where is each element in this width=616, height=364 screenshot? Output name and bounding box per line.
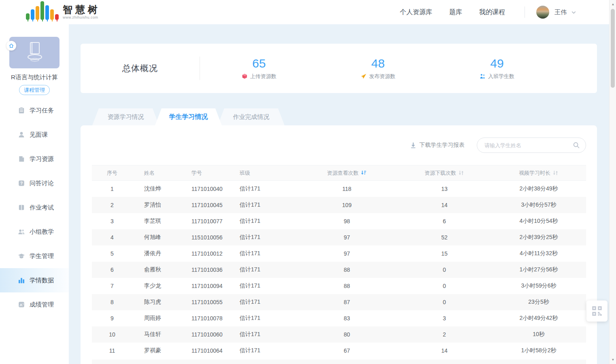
sort-both-icon[interactable] [552,170,559,176]
table-body: 1沈佳烨1171010040信计171118132小时38分49秒2罗清怡117… [92,181,586,359]
cell: 0 [397,278,491,294]
user-name[interactable]: 王伟 [554,8,567,16]
download-label: 下载学生学习报表 [419,142,465,149]
sidebar-item-0[interactable]: 学习任务 [0,98,69,123]
sidebar-item-label: 学习资源 [30,155,54,163]
course-manage-button[interactable]: 课程管理 [19,85,50,95]
table-row: 1沈佳烨1171010040信计171118132小时38分49秒 [92,181,586,197]
sidebar-item-label: 学生管理 [30,252,54,260]
sidebar-item-3[interactable]: ?问答讨论 [0,171,69,195]
cell: 83 [296,310,397,326]
cell: 1171010078 [173,310,221,326]
cell: 1171010094 [173,278,221,294]
cell: 5 [92,245,132,262]
tab-0[interactable]: 资源学习情况 [92,108,159,125]
cell: 信计171 [221,213,296,229]
sidebar-item-6[interactable]: 学生管理 [0,244,69,268]
logo-bar [50,9,54,21]
toolbar: 下载学生学习报表 [410,138,586,153]
cell: 0 [397,262,491,278]
cell: 陈习虎 [132,294,173,310]
cell: 109 [296,197,397,213]
stat-value: 49 [490,57,503,70]
sidebar-item-4[interactable]: 作业考试 [0,195,69,220]
cell: 4 [92,229,132,245]
table-row: 9周雨婷1171010078信计1718332小时49分42秒 [92,310,586,326]
chevron-down-icon[interactable] [571,9,577,15]
cell: 信计171 [221,343,296,359]
scrollbar-up-arrow[interactable]: ▲ [610,1,616,8]
column-header-1: 姓名 [132,165,173,181]
clipboard-icon [18,107,25,114]
cell: 4小时10分54秒 [491,213,586,229]
sidebar-item-label: 作业考试 [30,204,54,212]
column-header-2: 学号 [173,165,221,181]
cell: 1 [92,181,132,197]
cell: 2 [92,197,132,213]
stat-2: 49入班学生数 [438,44,557,93]
sidebar-item-2[interactable]: 学习资源 [0,147,69,171]
sidebar-item-7[interactable]: 学情数据 [0,268,69,292]
nav-item-1[interactable]: 题库 [449,8,462,17]
table-row: 5潘依丹1171010012信计17197154小时11分32秒 [92,245,586,262]
home-icon[interactable] [6,41,16,51]
book-icon [18,155,25,163]
person-icon [18,131,25,138]
zhihuishu-logo[interactable]: 智慧树 www.zhihuishu.com [26,3,100,21]
cell: 2小时38分49秒 [491,181,586,197]
course-card[interactable] [9,37,59,68]
cell: 李芷琪 [132,213,173,229]
page-scrollbar[interactable]: ▲ ▼ [609,0,616,364]
scrollbar-down-arrow[interactable]: ▼ [610,356,616,363]
cell: 1171010077 [173,213,221,229]
cell: 1171010040 [173,181,221,197]
table-row: 7李少龙1171010094信计1718803小时59分6秒 [92,278,586,294]
sidebar-item-label: 学情数据 [30,277,54,284]
sidebar-item-1[interactable]: 见面课 [0,123,69,147]
sidebar-item-label: 成绩管理 [30,301,54,309]
chart-icon [18,277,25,284]
table-row: 2罗清怡1171010045信计171109143小时6分57秒 [92,197,586,213]
qr-code-button[interactable] [586,301,608,322]
search-box [477,138,586,153]
cell: 周雨婷 [132,310,173,326]
overview-panel: 总体概况 65上传资源数48发布资源数49入班学生数 [81,44,597,93]
cell: 8 [92,294,132,310]
search-input[interactable] [477,138,586,153]
nav-item-2[interactable]: 我的课程 [479,8,505,17]
cell: 13 [397,181,491,197]
search-icon[interactable] [573,142,580,149]
sort-both-icon[interactable] [458,170,464,176]
send-icon [361,73,367,79]
cell: 6 [397,213,491,229]
overview-title: 总体概况 [81,44,200,93]
table-row: 11罗祺豪1171010064信计17167141小时58分2秒 [92,343,586,359]
column-header-6[interactable]: 视频学习时长 [491,165,586,181]
logo-bar [31,9,34,21]
download-report-link[interactable]: 下载学生学习报表 [410,142,465,149]
stat-value: 48 [371,57,384,70]
sidebar-item-8[interactable]: A+成绩管理 [0,292,69,317]
stat-0: 65上传资源数 [200,44,319,93]
top-nav: 个人资源库题库我的课程 [400,8,505,17]
nav-item-0[interactable]: 个人资源库 [400,8,432,17]
avatar[interactable] [536,6,549,19]
column-header-0: 序号 [92,165,132,181]
sort-desc-icon[interactable] [361,170,367,176]
cell: 李少龙 [132,278,173,294]
sidebar-item-label: 问答讨论 [30,180,54,187]
scrollbar-thumb[interactable] [611,9,615,88]
table-row: 10马佳轩1171010060信计17180210秒 [92,326,586,343]
cell: 1171010055 [173,294,221,310]
sidebar: R语言与统计计算 课程管理 学习任务见面课学习资源?问答讨论作业考试小组教学学生… [0,24,69,364]
sidebar-item-5[interactable]: 小组教学 [0,220,69,244]
logo-brand: 智慧树 [63,5,100,15]
tab-1[interactable]: 学生学习情况 [155,108,222,125]
cell: 0 [397,294,491,310]
cell: 4小时11分32秒 [491,245,586,262]
column-header-5[interactable]: 资源下载次数 [397,165,491,181]
stat-value: 65 [252,57,266,70]
column-header-4[interactable]: 资源查看次数 [296,165,397,181]
tab-2[interactable]: 作业完成情况 [218,108,285,125]
cell: 1171010012 [173,245,221,262]
